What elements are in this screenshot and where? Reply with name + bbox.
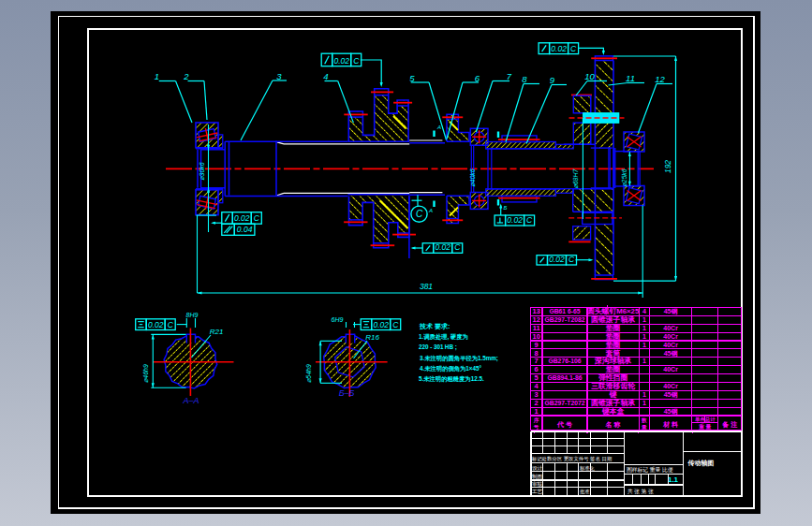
svg-text:标记处数分区 更改文件号 签名 日期: 标记处数分区 更改文件号 签名 日期 [531,456,613,462]
svg-text:GB297-T2072: GB297-T2072 [544,400,584,406]
svg-text:制图: 制图 [532,474,542,480]
svg-text:设计: 设计 [532,465,543,471]
svg-text:⌀46h9: ⌀46h9 [142,364,149,383]
svg-text:C: C [568,255,575,264]
svg-text:C: C [416,209,423,219]
svg-text:A: A [428,208,433,213]
svg-text:6H9: 6H9 [332,316,344,323]
svg-text:⌀40k6: ⌀40k6 [469,168,476,187]
svg-text:0.02: 0.02 [435,242,450,252]
svg-text:键: 键 [609,390,617,399]
svg-text:垫圈: 垫圈 [605,332,621,341]
svg-text:⌀68H7: ⌀68H7 [572,168,579,188]
svg-text:圆锥滚子轴承: 圆锥滚子轴承 [591,399,635,407]
svg-text:40Cr: 40Cr [663,383,678,389]
svg-text:220 - 301 HB ;: 220 - 301 HB ; [419,343,457,351]
svg-text:8: 8 [522,74,527,84]
svg-text:40Cr: 40Cr [663,325,678,331]
svg-text:12: 12 [655,74,665,84]
svg-text:11: 11 [533,324,540,332]
svg-text:Б–Б: Б–Б [339,388,355,398]
svg-text:垫圈: 垫圈 [605,324,621,332]
svg-text:1.1: 1.1 [668,475,679,484]
svg-text:11: 11 [626,73,635,83]
svg-text:Б: Б [504,205,508,211]
svg-text:备 注: 备 注 [721,420,737,429]
svg-text:GB297-T2082: GB297-T2082 [544,316,584,323]
svg-text:套筒: 套筒 [605,349,621,358]
svg-text:40Cr: 40Cr [663,333,678,340]
svg-text:共 张 第 张: 共 张 第 张 [627,489,654,495]
svg-text:3: 3 [535,390,539,399]
svg-text:9: 9 [550,75,555,85]
svg-text:5.未注明的粗糙度为12.5.: 5.未注明的粗糙度为12.5. [419,375,484,383]
svg-text:1: 1 [642,391,646,398]
svg-text:40Cr: 40Cr [663,366,678,373]
svg-text:9: 9 [535,341,539,349]
svg-text:C: C [526,215,533,225]
svg-text:4: 4 [642,308,646,314]
svg-text:4.未注明的倒角为1×45°: 4.未注明的倒角为1×45° [420,365,482,373]
svg-text:A: A [436,124,441,130]
svg-text:圆头螺钉M6×25: 圆头螺钉M6×25 [587,307,640,315]
svg-text:GB276-106: GB276-106 [548,358,581,364]
svg-text:7: 7 [535,357,539,365]
svg-text:键本盒: 键本盒 [601,407,625,416]
svg-text:代 号: 代 号 [556,421,572,429]
svg-text:技术 要求:: 技术 要求: [419,322,450,330]
svg-text:192: 192 [663,160,672,173]
svg-text:45钢: 45钢 [664,408,678,416]
svg-text:R21: R21 [210,328,224,336]
svg-text:3: 3 [276,71,282,81]
svg-text:C: C [353,56,360,66]
svg-text:1.调质处理, 硬度为: 1.调质处理, 硬度为 [419,333,468,341]
svg-text:8H9: 8H9 [186,312,199,318]
svg-text:0.02: 0.02 [333,56,349,66]
svg-text:⌀54h9: ⌀54h9 [305,364,312,383]
svg-text:1: 1 [642,316,646,323]
svg-text:C: C [392,320,399,329]
svg-text:1: 1 [642,333,646,340]
svg-text:1: 1 [155,71,159,81]
svg-text:2: 2 [535,399,539,407]
svg-text:5: 5 [409,73,415,83]
svg-text:6: 6 [475,73,480,83]
svg-text:10: 10 [532,332,539,341]
svg-text:⌀30k6: ⌀30k6 [199,162,205,181]
svg-text:标准化: 标准化 [579,465,595,472]
svg-text:圆锥滚子轴承: 圆锥滚子轴承 [591,315,635,324]
svg-text:1: 1 [642,358,646,364]
svg-text:GB894.1-86: GB894.1-86 [547,374,582,381]
svg-text:C: C [570,44,577,53]
svg-text:批准: 批准 [580,489,589,495]
svg-text:垫圈: 垫圈 [605,365,621,373]
svg-text:4: 4 [323,71,328,81]
svg-text:工艺: 工艺 [532,489,543,494]
svg-text:单件总计: 单件总计 [695,416,716,423]
svg-text:10: 10 [584,71,595,81]
svg-text:7: 7 [507,71,512,81]
svg-text:名 称: 名 称 [605,421,621,429]
svg-text:45钢: 45钢 [664,391,678,399]
svg-text:审核: 审核 [532,481,543,487]
svg-text:0.02: 0.02 [507,215,523,225]
svg-text:1: 1 [642,342,646,348]
svg-text:材 料: 材 料 [662,420,678,429]
svg-text:2: 2 [183,71,189,81]
svg-text:0.02: 0.02 [551,44,567,53]
svg-text:0.02: 0.02 [148,320,164,329]
svg-text:1: 1 [535,407,539,416]
svg-text:A–A: A–A [182,396,199,405]
svg-text:R16: R16 [365,333,379,342]
svg-text:号: 号 [533,424,539,431]
svg-text:数: 数 [641,417,647,423]
svg-text:弹性挡圈: 弹性挡圈 [598,373,627,382]
svg-text:0.04: 0.04 [237,225,253,234]
svg-text:GB61 6-65: GB61 6-65 [549,308,580,314]
svg-text:⌀25k6: ⌀25k6 [621,168,627,187]
svg-text:0.02: 0.02 [234,213,250,223]
svg-text:图样标记 重量 比便: 图样标记 重量 比便 [627,466,673,474]
svg-text:量: 量 [641,424,647,430]
svg-text:C: C [168,320,174,329]
svg-text:5: 5 [535,373,539,382]
